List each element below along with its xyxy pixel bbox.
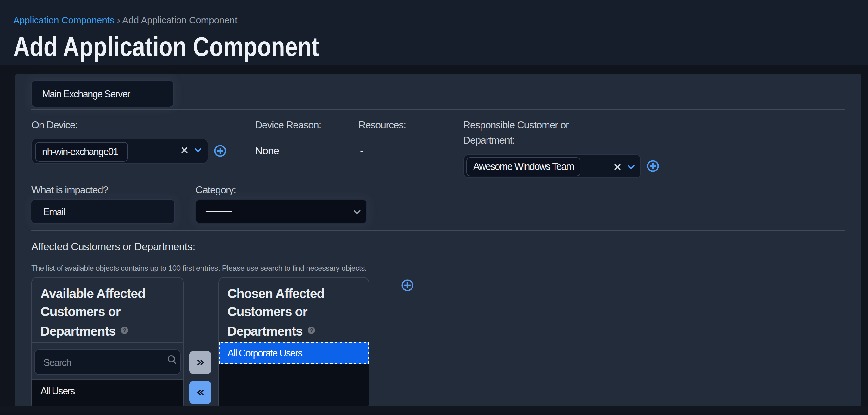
svg-text:?: ? — [310, 327, 313, 333]
svg-text:?: ? — [123, 327, 126, 333]
